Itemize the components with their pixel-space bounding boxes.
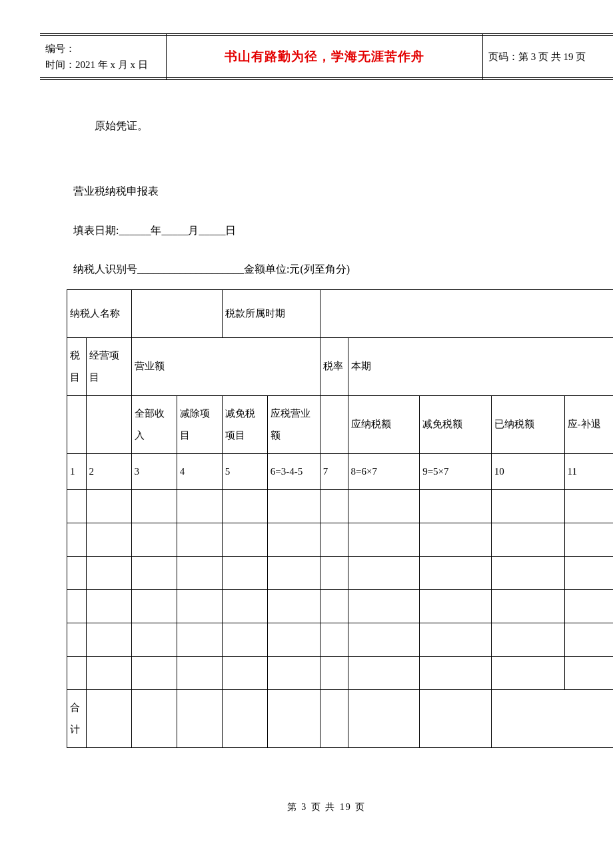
header-left: 编号： 时间：2021 年 x 月 x 日 [40,34,167,79]
cell-col-formula: 6=3-4-5 [267,453,320,489]
cell-tax-payable: 应纳税额 [348,395,420,453]
text-original-voucher: 原始凭证。 [73,113,580,139]
cell-tax-exempt: 减免税额 [420,395,492,453]
cell-deduction: 减除项目 [177,395,222,453]
cell-turnover: 营业额 [131,337,320,395]
cell-empty [67,395,87,453]
table-row: 税目 经营项目 营业额 税率 本期 [67,337,614,395]
table-row-total: 合计 [67,689,614,747]
cell-col-formula: 9=5×7 [420,453,492,489]
cell-col-num: 4 [177,453,222,489]
table-row: 全部收入 减除项目 减免税项目 应税营业额 应纳税额 减免税额 已纳税额 应-补… [67,395,614,453]
cell-empty [320,395,348,453]
cell-tax-rate: 税率 [320,337,348,395]
cell-col-num: 2 [86,453,131,489]
table-row [67,523,614,556]
form-title: 营业税纳税申报表 [73,179,580,204]
document-header: 编号： 时间：2021 年 x 月 x 日 书山有路勤为径，学海无涯苦作舟 页码… [40,33,613,80]
cell-taxpayer-name-value [131,289,222,337]
table-row [67,623,614,656]
page-footer: 第 3 页 共 19 页 [73,801,580,813]
table-row: 1 2 3 4 5 6=3-4-5 7 8=6×7 9=5×7 10 11 [67,453,614,489]
cell-col-num: 3 [131,453,177,489]
cell-taxable-turnover: 应税营业额 [267,395,320,453]
tax-declaration-table: 纳税人名称 税款所属时期 税目 经营项目 营业额 税率 本期 全部收入 减除项目… [67,289,613,748]
cell-tax-period-label: 税款所属时期 [222,289,320,337]
cell-col-num: 10 [491,453,564,489]
cell-current-period: 本期 [348,337,613,395]
cell-col-num: 5 [222,453,267,489]
cell-total-income: 全部收入 [131,395,177,453]
fill-date-line: 填表日期:______年_____月_____日 [73,218,580,243]
cell-taxpayer-name-label: 纳税人名称 [67,289,132,337]
cell-col-num: 11 [564,453,613,489]
cell-tax-paid: 已纳税额 [491,395,564,453]
table-row [67,489,614,523]
cell-total-label: 合计 [67,689,87,747]
header-motto: 书山有路勤为径，学海无涯苦作舟 [167,34,483,79]
cell-business-item: 经营项目 [86,337,131,395]
header-time: 时间：2021 年 x 月 x 日 [45,57,161,73]
cell-col-num: 1 [67,453,87,489]
cell-tax-item: 税目 [67,337,87,395]
cell-col-formula: 8=6×7 [348,453,420,489]
cell-supplement-refund: 应-补退 [564,395,613,453]
header-number: 编号： [45,41,161,57]
table-row: 纳税人名称 税款所属时期 [67,289,614,337]
cell-col-num: 7 [320,453,348,489]
table-row [67,556,614,589]
header-page: 页码：第 3 页 共 19 页 [483,34,613,79]
table-row [67,589,614,623]
cell-empty [86,395,131,453]
table-row [67,656,614,689]
cell-exemption: 减免税项目 [222,395,267,453]
cell-tax-period-value [320,289,613,337]
taxpayer-id-line: 纳税人识别号____________________金额单位:元(列至角分) [73,257,580,282]
